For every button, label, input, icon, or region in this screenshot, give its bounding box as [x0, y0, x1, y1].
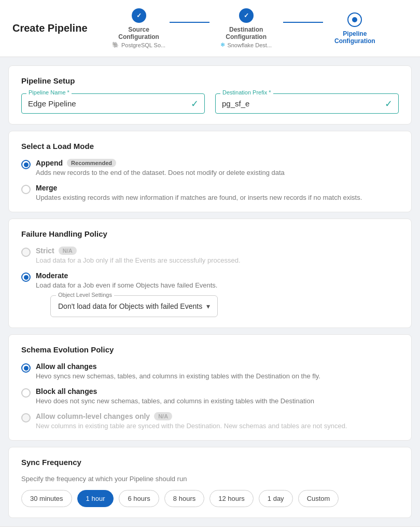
allow-all-desc: Hevo syncs new schemas, tables, and colu…	[36, 372, 320, 380]
failure-handling-title: Failure Handling Policy	[21, 229, 399, 238]
merge-title: Merge	[36, 184, 362, 192]
load-mode-title: Select a Load Mode	[21, 142, 399, 151]
destination-prefix-group: Destination Prefix * ✓	[215, 93, 399, 114]
schema-evolution-card: Schema Evolution Policy Allow all change…	[8, 334, 412, 441]
load-mode-card: Select a Load Mode Append Recommended Ad…	[8, 131, 412, 212]
block-all-title: Block all changes	[36, 387, 314, 395]
footer: ← BACK SAVE & CONTINUE →	[0, 526, 420, 532]
column-only-desc: New columns in existing table are synced…	[36, 422, 347, 430]
object-level-settings-box: Object Level Settings Don't load data fo…	[50, 295, 218, 317]
connector-1	[170, 22, 209, 23]
pipeline-name-input[interactable]	[21, 93, 205, 114]
moderate-desc: Load data for a Job even if some Objects…	[36, 281, 218, 289]
merge-desc: Updates existing records with new inform…	[36, 194, 362, 201]
snowflake-icon: ❄	[220, 42, 225, 48]
main-content: Pipeline Setup Pipeline Name * ✓ Destina…	[0, 57, 420, 526]
pipeline-setup-fields: Pipeline Name * ✓ Destination Prefix * ✓	[21, 93, 399, 114]
pipeline-setup-title: Pipeline Setup	[21, 76, 399, 85]
column-only-na-badge: N/A	[154, 412, 172, 420]
append-title: Append Recommended	[36, 159, 285, 167]
step-source: ✓ Source Configuration 🐘 PostgreSQL So..…	[108, 8, 170, 48]
merge-radio[interactable]	[21, 185, 31, 194]
destination-prefix-input[interactable]	[215, 93, 399, 114]
sync-frequency-options: 30 minutes 1 hour 6 hours 8 hours 12 hou…	[21, 490, 399, 507]
sync-frequency-title: Sync Frequency	[21, 458, 399, 467]
destination-prefix-check-icon: ✓	[385, 98, 393, 110]
block-all-desc: Hevo does not sync new schemas, tables, …	[36, 397, 314, 405]
moderate-title: Moderate	[36, 271, 218, 280]
strict-radio[interactable]	[21, 248, 31, 257]
object-level-value: Don't load data for Objects with failed …	[58, 302, 202, 310]
block-all-radio[interactable]	[21, 388, 31, 398]
allow-all-radio[interactable]	[21, 363, 31, 373]
chevron-down-icon: ▾	[206, 302, 210, 310]
step-destination: ✓ Destination Configuration ❄ Snowflake …	[209, 8, 283, 48]
step-pipeline-circle	[347, 12, 362, 27]
allow-all-content: Allow all changes Hevo syncs new schemas…	[36, 362, 320, 380]
moderate-radio[interactable]	[21, 272, 31, 282]
freq-12hours-btn[interactable]: 12 hours	[209, 490, 254, 507]
failure-strict-option[interactable]: Strict N/A Load data for a Job only if a…	[21, 247, 399, 264]
connector-2	[283, 22, 323, 23]
destination-prefix-label: Destination Prefix *	[220, 89, 273, 96]
strict-desc: Load data for a Job only if all the Even…	[36, 256, 241, 264]
step-source-label: Source Configuration	[108, 26, 170, 40]
moderate-content: Moderate Load data for a Job even if som…	[36, 271, 218, 317]
step-pipeline: Pipeline Configuration	[323, 12, 387, 45]
freq-30min-btn[interactable]: 30 minutes	[21, 490, 72, 507]
freq-8hours-btn[interactable]: 8 hours	[164, 490, 204, 507]
allow-all-title: Allow all changes	[36, 362, 320, 371]
freq-1day-btn[interactable]: 1 day	[259, 490, 293, 507]
append-badge: Recommended	[67, 159, 116, 167]
pipeline-setup-card: Pipeline Setup Pipeline Name * ✓ Destina…	[8, 65, 412, 125]
page-title: Create Pipeline	[12, 22, 88, 34]
freq-1hour-btn[interactable]: 1 hour	[77, 490, 114, 507]
sync-frequency-card: Sync Frequency Specify the frequency at …	[8, 447, 412, 518]
sync-frequency-desc: Specify the frequency at which your Pipe…	[21, 475, 399, 483]
load-mode-merge-option[interactable]: Merge Updates existing records with new …	[21, 184, 399, 201]
pipeline-name-group: Pipeline Name * ✓	[21, 93, 205, 114]
step-destination-sublabel: ❄ Snowflake Dest...	[220, 42, 272, 48]
pipeline-name-label: Pipeline Name *	[26, 89, 72, 96]
append-desc: Adds new records to the end of the datas…	[36, 169, 285, 176]
step-destination-label: Destination Configuration	[209, 26, 283, 40]
schema-allow-all-option[interactable]: Allow all changes Hevo syncs new schemas…	[21, 362, 399, 380]
load-mode-append-option[interactable]: Append Recommended Adds new records to t…	[21, 159, 399, 176]
step-source-circle: ✓	[132, 8, 146, 23]
strict-title: Strict N/A	[36, 247, 241, 255]
schema-evolution-title: Schema Evolution Policy	[21, 345, 399, 354]
step-destination-circle: ✓	[239, 8, 254, 23]
failure-moderate-option[interactable]: Moderate Load data for a Job even if som…	[21, 271, 399, 317]
freq-6hours-btn[interactable]: 6 hours	[119, 490, 159, 507]
step-pipeline-label: Pipeline Configuration	[323, 30, 387, 45]
object-level-select[interactable]: Don't load data for Objects with failed …	[51, 296, 217, 317]
db-icon: 🐘	[112, 42, 119, 48]
header: Create Pipeline ✓ Source Configuration 🐘…	[0, 0, 420, 57]
object-level-label: Object Level Settings	[56, 292, 114, 298]
schema-column-only-option[interactable]: Allow column-level changes only N/A New …	[21, 412, 399, 430]
failure-handling-card: Failure Handling Policy Strict N/A Load …	[8, 219, 412, 328]
column-only-content: Allow column-level changes only N/A New …	[36, 412, 347, 430]
block-all-content: Block all changes Hevo does not sync new…	[36, 387, 314, 405]
column-only-radio[interactable]	[21, 413, 31, 422]
pipeline-name-check-icon: ✓	[191, 98, 199, 110]
merge-content: Merge Updates existing records with new …	[36, 184, 362, 201]
append-radio[interactable]	[21, 160, 31, 169]
stepper: ✓ Source Configuration 🐘 PostgreSQL So..…	[108, 8, 387, 48]
schema-block-all-option[interactable]: Block all changes Hevo does not sync new…	[21, 387, 399, 405]
step-source-sublabel: 🐘 PostgreSQL So...	[112, 42, 165, 48]
append-content: Append Recommended Adds new records to t…	[36, 159, 285, 176]
strict-content: Strict N/A Load data for a Job only if a…	[36, 247, 241, 264]
freq-custom-btn[interactable]: Custom	[298, 490, 339, 507]
column-only-title: Allow column-level changes only N/A	[36, 412, 347, 420]
strict-na-badge: N/A	[59, 247, 77, 255]
